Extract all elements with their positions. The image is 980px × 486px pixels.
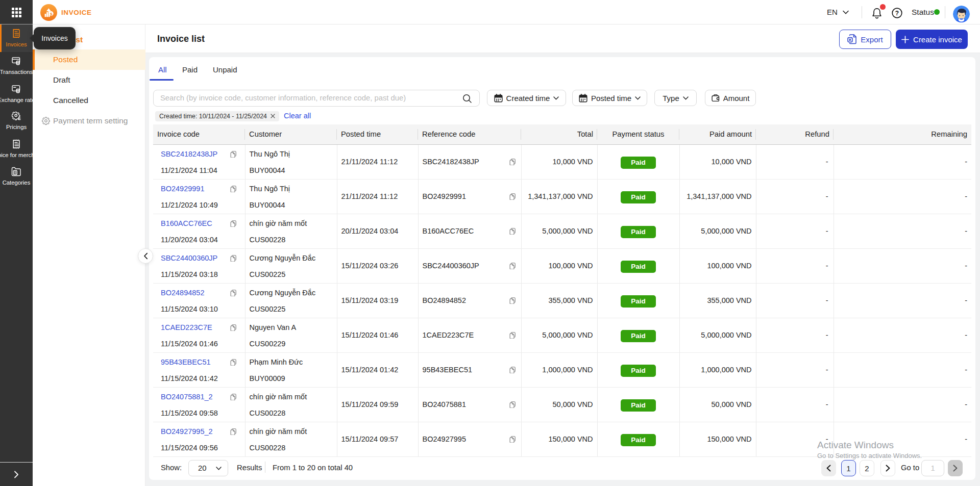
svg-text:?: ? — [895, 10, 899, 17]
svg-text:$: $ — [50, 12, 53, 16]
